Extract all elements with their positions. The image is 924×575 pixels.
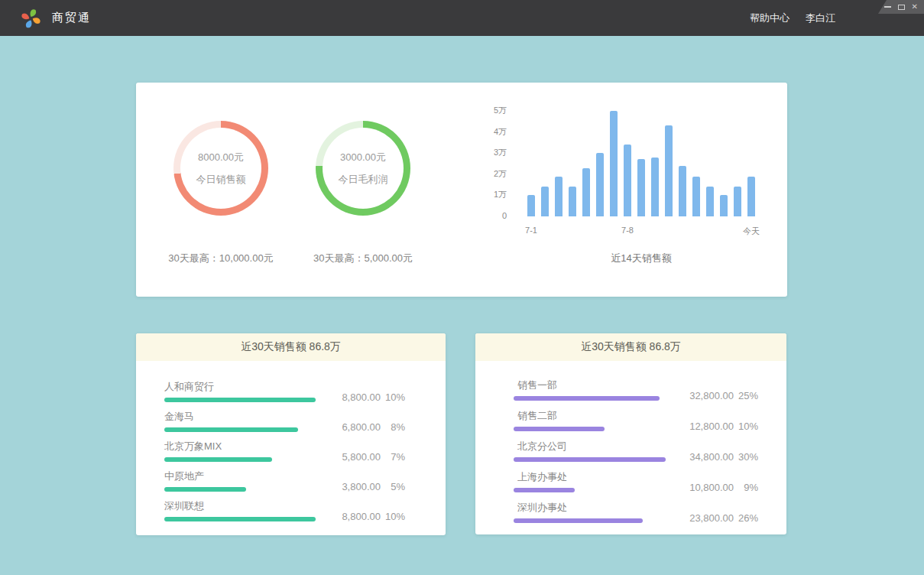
bar-column [676,110,689,216]
daily-sales-bar [665,125,673,216]
row-numbers: 23,800.0026% [673,513,786,523]
row-value: 32,800.00 [673,391,734,401]
user-menu[interactable]: 李白江 [806,11,835,25]
app-logo-icon [21,8,41,28]
progress-row-left: 深圳办事处 [514,502,666,523]
today-profit-donut-center: 3000.00元 今日毛利润 [323,128,404,209]
department-row: 北京分公司34,800.0030% [514,441,786,462]
close-icon: ✕ [912,3,918,11]
daily-sales-bar [610,111,618,216]
row-value: 8,800.00 [319,512,381,521]
bar-column [524,110,538,216]
minimize-icon [884,6,891,8]
today-sales-donut-group: 8000.00元 今日销售额 30天最高：10,000.00元 [144,83,297,265]
y-axis-tick: 3万 [494,147,507,158]
bar-column [566,110,579,216]
maximize-button[interactable] [898,5,905,10]
y-axis-tick: 4万 [494,125,507,137]
row-progress-bar [514,427,605,431]
bar-column [579,110,593,216]
row-numbers: 3,800.005% [319,482,446,492]
row-label: 人和商贸行 [164,382,316,391]
today-profit-label: 今日毛利润 [339,173,388,187]
today-profit-donut-group: 3000.00元 今日毛利润 30天最高：5,000.00元 [287,83,439,265]
daily-sales-bar [569,187,576,216]
row-value: 6,800.00 [319,422,381,432]
row-percent: 26% [734,513,758,523]
minimize-button[interactable] [884,6,891,8]
customer-card-body: 人和商贸行8,800.0010%金海马6,800.008%北京万象MIX5,80… [136,361,446,521]
daily-sales-bar [541,187,549,216]
bar-column [621,110,634,216]
department-sales-card: 近30天销售额 86.8万 销售一部32,800.0025%销售二部12,800… [475,333,786,534]
row-numbers: 8,800.0010% [319,392,446,402]
today-sales-value: 8000.00元 [198,151,244,164]
row-numbers: 5,800.007% [319,452,446,462]
row-label: 深圳办事处 [517,502,666,512]
daily-sales-bar [624,145,631,216]
row-label: 金海马 [164,411,316,421]
help-center-link[interactable]: 帮助中心 [750,11,789,25]
today-sales-label: 今日销售额 [196,173,246,187]
row-progress-bar [164,487,246,492]
x-axis-tick: 7-8 [621,226,634,235]
department-card-body: 销售一部32,800.0025%销售二部12,800.0010%北京分公司34,… [475,361,786,523]
bar-column [731,110,744,216]
row-progress-bar [514,518,643,523]
daily-sales-bar [706,187,714,216]
titlebar: 商贸通 帮助中心 李白江 [0,0,924,36]
x-axis-tick: 7-1 [525,226,537,235]
daily-sales-bar [679,166,686,216]
bar-column [634,110,648,216]
customer-row: 人和商贸行8,800.0010% [164,382,446,402]
row-value: 10,800.00 [673,482,734,492]
maximize-icon [898,5,905,10]
row-numbers: 6,800.008% [319,422,446,432]
row-label: 北京万象MIX [164,441,316,451]
daily-sales-bar [637,159,645,216]
today-profit-30d-max: 30天最高：5,000.00元 [287,252,439,265]
row-label: 北京分公司 [517,441,666,451]
row-numbers: 10,800.009% [673,482,786,492]
row-progress-bar [164,457,272,462]
bar-column [648,110,662,216]
today-sales-donut-center: 8000.00元 今日销售额 [180,128,261,209]
department-row: 销售二部12,800.0010% [514,411,786,431]
sales-14d-bar-chart: 5万4万3万2万1万0 7-17-8今天 近14天销售额 [480,110,774,288]
daily-sales-bar [734,187,741,216]
daily-sales-bar [596,153,604,216]
row-value: 34,800.00 [673,452,734,462]
today-sales-donut-chart: 8000.00元 今日销售额 [173,121,268,216]
today-profit-donut-chart: 3000.00元 今日毛利润 [316,121,410,216]
y-axis-tick: 1万 [494,189,507,200]
app-title: 商贸通 [52,11,91,25]
row-percent: 8% [381,422,405,432]
row-numbers: 12,800.0010% [673,421,786,431]
row-progress-bar [164,398,316,402]
bar-column [662,110,676,216]
row-label: 销售一部 [517,380,666,390]
customer-row: 深圳联想8,800.0010% [164,501,446,521]
x-axis-tick: 今天 [743,226,760,237]
bar-column [703,110,717,216]
row-progress-bar [164,427,298,432]
progress-row-left: 销售一部 [514,380,666,401]
row-value: 23,800.00 [673,513,734,523]
bar-chart-title: 近14天销售额 [524,252,758,265]
progress-row-left: 人和商贸行 [164,382,316,402]
row-label: 销售二部 [517,411,666,421]
row-label: 上海办事处 [517,472,666,482]
row-percent: 10% [381,392,405,402]
row-percent: 25% [734,391,758,401]
department-card-title: 近30天销售额 86.8万 [475,333,786,361]
close-button[interactable]: ✕ [912,3,918,11]
department-row: 销售一部32,800.0025% [514,380,786,401]
overview-card: 8000.00元 今日销售额 30天最高：10,000.00元 3000.00元… [136,83,787,297]
bar-column [593,110,607,216]
row-numbers: 8,800.0010% [319,512,446,521]
row-value: 3,800.00 [319,482,381,492]
row-numbers: 32,800.0025% [673,391,786,401]
progress-row-left: 深圳联想 [164,501,316,521]
bar-column [552,110,566,216]
progress-row-left: 北京分公司 [514,441,666,462]
